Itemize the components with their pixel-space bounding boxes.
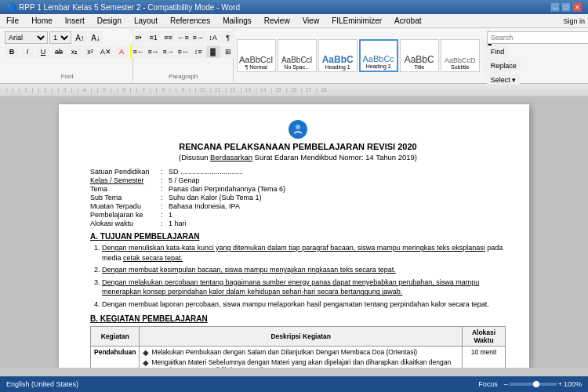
info-table: Satuan Pendidikan : SD .................… <box>90 168 506 227</box>
info-value-muatan: Bahasa Indonesia, IPA <box>169 202 506 210</box>
style-normal-label: ¶ Normal <box>245 64 267 70</box>
page: RENCANA PELAKSANAAN PEMBELAJARAN REVISI … <box>59 104 529 368</box>
multilevel-button[interactable]: ≡≡ <box>162 31 176 44</box>
title-bar: 🔵 RPP 1 Lembar Kelas 5 Semester 2 - Comp… <box>0 0 588 14</box>
info-row-alokasi: Alokasi waktu : 1 hari <box>90 220 506 227</box>
strikethrough-button[interactable]: ab <box>52 45 66 58</box>
sign-in-button[interactable]: Sign in <box>563 17 585 25</box>
maximize-button[interactable]: □ <box>561 2 571 12</box>
subscript-button[interactable]: x₂ <box>67 45 82 58</box>
style-subtitle[interactable]: AaBbCcD Subtitle <box>441 39 480 72</box>
shading-button[interactable]: ▓ <box>206 45 220 58</box>
align-left-button[interactable]: ≡← <box>132 45 146 58</box>
focus-button[interactable]: Focus <box>478 380 498 388</box>
menu-layout[interactable]: Layout <box>131 16 161 26</box>
menu-home[interactable]: Home <box>28 16 56 26</box>
minimize-button[interactable]: – <box>550 2 560 12</box>
shrink-font-button[interactable]: A↓ <box>89 31 103 44</box>
line-spacing-button[interactable]: ↕≡ <box>191 45 205 58</box>
document-area: RENCANA PELAKSANAAN PEMBELAJARAN REVISI … <box>0 96 588 368</box>
th-waktu: Alokasi Waktu <box>463 326 506 346</box>
info-value-subtema: Suhu dan Kalor (Sub Tema 1) <box>169 194 506 201</box>
info-row-pembelajaran: Pembelajaran ke : 1 <box>90 211 506 219</box>
replace-button[interactable]: Replace <box>487 60 521 72</box>
menu-acrobat[interactable]: Acrobat <box>391 16 424 26</box>
menu-bar: File Home Insert Design Layout Reference… <box>0 14 588 28</box>
diamond-icon-2: ◆ <box>143 358 149 368</box>
style-title-preview: AaBbC <box>405 55 434 64</box>
menu-file[interactable]: File <box>3 16 22 26</box>
style-no-spacing-label: No Spac... <box>284 64 310 70</box>
text-color-button[interactable]: A <box>114 45 129 58</box>
style-title[interactable]: AaBbC Title <box>400 39 439 72</box>
align-right-button[interactable]: ≡→ <box>162 45 176 58</box>
font-group-label: Font <box>61 71 74 80</box>
sort-button[interactable]: ↕A <box>206 31 220 44</box>
find-button[interactable]: Find <box>487 45 509 58</box>
increase-indent-button[interactable]: ≡→ <box>191 31 205 44</box>
table-row-pendahuluan: Pendahuluan ◆ Melakukan Pembukaan dengan… <box>91 346 506 368</box>
title-bar-text: RPP 1 Lembar Kelas 5 Semester 2 - Compat… <box>19 3 240 12</box>
style-no-spacing[interactable]: AaBbCcI No Spac... <box>278 39 317 72</box>
menu-insert[interactable]: Insert <box>62 16 88 26</box>
title-bar-left: 🔵 RPP 1 Lembar Kelas 5 Semester 2 - Comp… <box>6 3 240 12</box>
style-heading1[interactable]: AaBbC Heading 1 <box>318 39 358 72</box>
italic-button[interactable]: I <box>20 45 34 58</box>
justify-button[interactable]: ≡↔ <box>176 45 191 58</box>
close-button[interactable]: ✕ <box>572 2 582 12</box>
subtitle-underline: Berdasarkan <box>210 153 252 162</box>
info-value-alokasi: 1 hari <box>169 220 506 227</box>
diamond-icon-1: ◆ <box>143 348 149 357</box>
bullet-1: ◆ Melakukan Pembukaan dengan Salam dan D… <box>143 348 459 357</box>
zoom-out-icon[interactable]: – <box>504 380 508 388</box>
cell-kegiatan: Pendahuluan <box>91 346 140 368</box>
info-label-muatan: Muatan Terpadu <box>90 202 161 210</box>
menu-design[interactable]: Design <box>94 16 125 26</box>
align-center-button[interactable]: ≡↔ <box>147 45 161 58</box>
zoom-in-icon[interactable]: + <box>558 380 562 388</box>
editing-group: Find Replace Select ▾ Editing <box>489 30 586 82</box>
info-label-tema: Tema <box>90 185 161 193</box>
zoom-level: 100% <box>564 380 582 388</box>
text-clear-button[interactable]: A✕ <box>99 45 113 58</box>
menu-references[interactable]: References <box>167 16 213 26</box>
style-heading2-label: Heading 2 <box>366 64 391 69</box>
info-row-kelas: Kelas / Semester : 5 / Genap <box>90 176 506 184</box>
style-heading2-preview: AaBbCc <box>362 55 394 64</box>
list-item-2: Dengan membuat kesimpulan bacaan, siswa … <box>102 265 506 275</box>
info-label-satuan: Satuan Pendidikan <box>90 168 161 176</box>
grow-font-button[interactable]: A↑ <box>73 31 87 44</box>
language-indicator: English (United States) <box>6 380 78 388</box>
font-group: Arial 11 A↑ A↓ B I U ab x₂ x² A✕ A <box>2 30 133 82</box>
title-bar-controls[interactable]: – □ ✕ <box>550 2 582 12</box>
style-normal[interactable]: AaBbCcI ¶ Normal <box>237 39 276 72</box>
bullets-button[interactable]: ≡• <box>132 31 146 44</box>
menu-review[interactable]: Review <box>261 16 293 26</box>
decrease-indent-button[interactable]: ←≡ <box>176 31 191 44</box>
numbering-button[interactable]: ≡1 <box>147 31 161 44</box>
info-label-alokasi: Alokasi waktu <box>90 220 161 227</box>
underline-button[interactable]: U <box>36 45 50 58</box>
zoom-slider-thumb <box>533 381 539 387</box>
menu-mailings[interactable]: Mailings <box>220 16 255 26</box>
styles-group: AaBbCcI ¶ Normal AaBbCcI No Spac... AaBb… <box>234 30 489 82</box>
menu-fileminimizer[interactable]: FILEminimizer <box>328 16 385 26</box>
bullet-text-1: Melakukan Pembukaan dengan Salam dan Dil… <box>151 348 417 357</box>
list-item-3: Dengan melakukan percobaan tentang bagai… <box>102 278 506 297</box>
font-size-select[interactable]: 11 <box>49 31 71 44</box>
superscript-button[interactable]: x² <box>83 45 97 58</box>
style-heading2[interactable]: AaBbCc Heading 2 <box>359 39 398 72</box>
bullet-2: ◆ Mengaitkan Materi Sebelumnya dengan Ma… <box>143 358 459 368</box>
status-right: Focus – + 100% <box>478 380 582 388</box>
info-value-tema: Panas dan Perpindahannya (Tema 6) <box>169 185 506 193</box>
info-label-pembelajaran: Pembelajaran ke <box>90 211 161 219</box>
bullet-text-2: Mengaitkan Materi Sebelumnya dengan Mate… <box>151 358 459 368</box>
document-logo <box>289 120 307 139</box>
style-heading1-label: Heading 1 <box>325 64 350 70</box>
list-item-1: Dengan menuliskan kata-kata kunci yang d… <box>102 243 506 263</box>
bold-button[interactable]: B <box>5 45 19 58</box>
zoom-slider[interactable] <box>510 383 557 386</box>
menu-view[interactable]: View <box>299 16 323 26</box>
font-family-select[interactable]: Arial <box>5 31 48 44</box>
search-input[interactable] <box>487 31 588 44</box>
